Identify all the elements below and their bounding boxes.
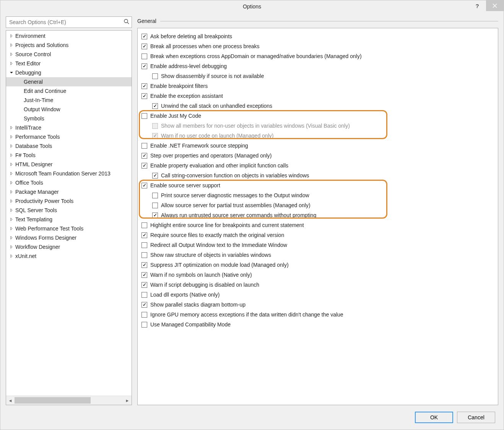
- checkbox[interactable]: [141, 93, 147, 99]
- tree-item[interactable]: Environment: [6, 31, 132, 41]
- tree-item[interactable]: Text Editor: [6, 59, 132, 68]
- tree-item[interactable]: Source Control: [6, 50, 132, 59]
- chevron-right-icon[interactable]: [8, 181, 15, 185]
- checkbox[interactable]: [141, 222, 147, 228]
- tree-item[interactable]: Just-In-Time: [6, 96, 132, 105]
- tree-item[interactable]: Web Performance Test Tools: [6, 224, 132, 233]
- chevron-right-icon[interactable]: [8, 254, 15, 258]
- chevron-right-icon[interactable]: [8, 190, 15, 194]
- option-row: Unwind the call stack on unhandled excep…: [141, 101, 494, 111]
- tree-item[interactable]: Projects and Solutions: [6, 41, 132, 50]
- tree-item[interactable]: Windows Forms Designer: [6, 233, 132, 242]
- tree-item[interactable]: Office Tools: [6, 178, 132, 187]
- tree-item[interactable]: Symbols: [6, 114, 132, 123]
- option-row: Enable Just My Code: [141, 111, 494, 121]
- chevron-right-icon[interactable]: [8, 227, 15, 230]
- option-label: Highlight entire source line for breakpo…: [150, 222, 304, 228]
- option-row: Warn if no user code on launch (Managed …: [141, 131, 494, 141]
- chevron-right-icon[interactable]: [8, 62, 15, 65]
- tree-item-label: Just-In-Time: [23, 97, 53, 103]
- checkbox[interactable]: [141, 322, 147, 328]
- ok-button[interactable]: OK: [415, 412, 453, 423]
- tree-item[interactable]: Edit and Continue: [6, 86, 132, 96]
- tree-item-label: F# Tools: [15, 152, 36, 158]
- checkbox[interactable]: [141, 113, 147, 119]
- checkbox[interactable]: [141, 232, 147, 238]
- checkbox[interactable]: [141, 54, 147, 59]
- checkbox[interactable]: [152, 173, 158, 178]
- checkbox[interactable]: [141, 292, 147, 298]
- checkbox[interactable]: [141, 183, 147, 188]
- checkbox[interactable]: [141, 312, 147, 318]
- close-button[interactable]: [486, 0, 504, 11]
- checkbox[interactable]: [141, 272, 147, 278]
- checkbox[interactable]: [141, 83, 147, 89]
- checkbox[interactable]: [152, 203, 158, 208]
- chevron-right-icon[interactable]: [8, 199, 15, 203]
- checkbox[interactable]: [152, 73, 158, 79]
- option-row: Ask before deleting all breakpoints: [141, 31, 494, 41]
- checkbox[interactable]: [152, 103, 158, 109]
- scroll-thumb[interactable]: [15, 397, 91, 404]
- horizontal-scrollbar[interactable]: ◄ ►: [6, 396, 132, 405]
- checkbox[interactable]: [141, 282, 147, 288]
- tree-item[interactable]: Text Templating: [6, 215, 132, 224]
- chevron-right-icon[interactable]: [8, 43, 15, 47]
- chevron-right-icon[interactable]: [8, 135, 15, 139]
- checkbox[interactable]: [141, 252, 147, 258]
- checkbox[interactable]: [152, 193, 158, 198]
- chevron-right-icon[interactable]: [8, 34, 15, 38]
- chevron-right-icon[interactable]: [8, 144, 15, 148]
- tree-item[interactable]: xUnit.net: [6, 252, 132, 261]
- option-label: Step over properties and operators (Mana…: [150, 153, 272, 159]
- tree-item[interactable]: Debugging: [6, 68, 132, 77]
- tree-item[interactable]: SQL Server Tools: [6, 206, 132, 215]
- chevron-right-icon[interactable]: [8, 217, 15, 221]
- scroll-left-icon[interactable]: ◄: [6, 396, 15, 405]
- help-button[interactable]: ?: [468, 0, 486, 11]
- cancel-button[interactable]: Cancel: [457, 412, 495, 423]
- checkbox[interactable]: [141, 302, 147, 308]
- option-row: Show raw structure of objects in variabl…: [141, 250, 494, 260]
- tree-item[interactable]: HTML Designer: [6, 160, 132, 169]
- checkbox[interactable]: [141, 262, 147, 268]
- tree-item[interactable]: F# Tools: [6, 151, 132, 160]
- option-label: Enable property evaluation and other imp…: [150, 162, 288, 169]
- option-label: Enable the exception assistant: [150, 93, 223, 99]
- chevron-right-icon[interactable]: [8, 52, 15, 56]
- chevron-right-icon[interactable]: [8, 153, 15, 157]
- checkbox[interactable]: [152, 213, 158, 218]
- checkbox[interactable]: [141, 34, 147, 39]
- chevron-right-icon[interactable]: [8, 162, 15, 166]
- chevron-right-icon[interactable]: [8, 208, 15, 212]
- tree-item[interactable]: Output Window: [6, 105, 132, 114]
- checkbox[interactable]: [141, 242, 147, 248]
- tree-item[interactable]: General: [6, 77, 132, 86]
- option-row: Enable address-level debugging: [141, 61, 494, 71]
- tree-item[interactable]: Package Manager: [6, 187, 132, 196]
- tree-item[interactable]: Database Tools: [6, 141, 132, 151]
- checkbox[interactable]: [141, 143, 147, 149]
- checkbox[interactable]: [141, 44, 147, 49]
- tree-body[interactable]: EnvironmentProjects and SolutionsSource …: [6, 31, 132, 396]
- chevron-down-icon[interactable]: [8, 71, 15, 75]
- tree-item[interactable]: Productivity Power Tools: [6, 196, 132, 206]
- checkbox[interactable]: [141, 63, 147, 69]
- tree-item[interactable]: Workflow Designer: [6, 242, 132, 252]
- tree-item[interactable]: IntelliTrace: [6, 123, 132, 132]
- search-input[interactable]: [6, 16, 132, 28]
- chevron-right-icon[interactable]: [8, 245, 15, 249]
- tree-item[interactable]: Performance Tools: [6, 132, 132, 141]
- chevron-right-icon[interactable]: [8, 236, 15, 240]
- checkbox[interactable]: [141, 163, 147, 169]
- options-dialog: Options ? EnvironmentProjects and Soluti…: [0, 0, 504, 430]
- search-icon: [124, 19, 130, 26]
- chevron-right-icon[interactable]: [8, 126, 15, 130]
- option-row: Ignore GPU memory access exceptions if t…: [141, 310, 494, 320]
- tree-item[interactable]: Microsoft Team Foundation Server 2013: [6, 169, 132, 178]
- section-title: General: [137, 18, 156, 24]
- checkbox[interactable]: [141, 153, 147, 159]
- chevron-right-icon[interactable]: [8, 172, 15, 175]
- scroll-right-icon[interactable]: ►: [123, 396, 132, 405]
- scroll-track[interactable]: [15, 396, 123, 405]
